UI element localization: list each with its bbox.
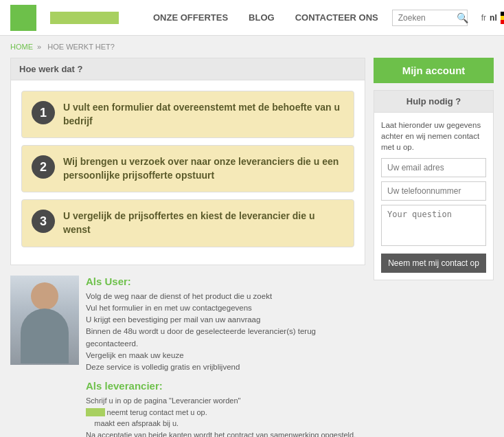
search-icon[interactable]: 🔍 <box>457 12 468 23</box>
breadcrumb-current: HOE WERKT HET? <box>47 43 115 51</box>
two-col-layout: Hoe werk dat ? 1 U vult een formulier da… <box>10 58 494 437</box>
search-box: 🔍 <box>392 10 468 26</box>
breadcrumb-sep: » <box>37 43 41 51</box>
text-section: Als User: Volg de weg naar de dienst of … <box>86 276 365 437</box>
step-2: 2 Wij brengen u verzoek over naar onze l… <box>21 145 354 192</box>
bottom-section: Als User: Volg de weg naar de dienst of … <box>10 276 365 437</box>
question-textarea[interactable] <box>381 205 486 246</box>
step-3-text: U vergelijk de prijsoffertes en kiest de… <box>63 210 344 236</box>
hulp-desc: Laat hieronder uw gegevens achter en wij… <box>381 120 486 153</box>
how-it-works-box: Hoe werk dat ? 1 U vult een formulier da… <box>10 58 365 265</box>
als-leverancier-text: Schrijf u in op de pagina "Leverancier w… <box>86 395 365 437</box>
search-input[interactable] <box>398 13 457 23</box>
header: ONZE OFFERTES BLOG CONTACTEER ONS 🔍 fr n… <box>0 0 504 36</box>
step-3: 3 U vergelijk de prijsoffertes en kiest … <box>21 199 354 247</box>
als-leverancier-title: Als leverancier: <box>86 380 365 392</box>
language-selector: fr nl ▼ <box>481 12 504 24</box>
breadcrumb-home[interactable]: HOME <box>10 43 33 51</box>
hulp-nodig-box: Hulp nodig ? Laat hieronder uw gegevens … <box>374 90 494 280</box>
step-2-number: 2 <box>32 155 55 179</box>
email-field[interactable] <box>381 158 486 177</box>
right-column: Mijn account Hulp nodig ? Laat hieronder… <box>374 58 494 280</box>
person-image <box>10 276 79 365</box>
page-wrap: HOME » HOE WERKT HET? Hoe werk dat ? 1 U… <box>0 36 504 437</box>
lang-nl[interactable]: nl <box>490 13 497 23</box>
how-it-works-content: 1 U vult een formulier dat overeenstemt … <box>11 80 365 265</box>
nav-blog[interactable]: BLOG <box>249 12 275 23</box>
step-2-text: Wij brengen u verzoek over naar onze lev… <box>63 155 344 182</box>
left-column: Hoe werk dat ? 1 U vult een formulier da… <box>10 58 365 437</box>
step-3-number: 3 <box>32 210 55 233</box>
als-user-title: Als User: <box>86 276 365 287</box>
hulp-nodig-content: Laat hieronder uw gegevens achter en wij… <box>374 113 493 280</box>
logo-icon <box>10 5 36 31</box>
lang-fr[interactable]: fr <box>481 13 486 23</box>
nav-contact[interactable]: CONTACTEER ONS <box>295 12 378 23</box>
hulp-nodig-title: Hulp nodig ? <box>374 91 493 113</box>
phone-field[interactable] <box>381 181 486 201</box>
highlight-span <box>86 408 105 416</box>
flag-icon[interactable] <box>501 12 504 24</box>
step-1-number: 1 <box>32 101 55 124</box>
step-1: 1 U vult een formulier dat overeenstemt … <box>21 91 354 138</box>
logo-bar <box>50 12 119 24</box>
main-nav: ONZE OFFERTES BLOG CONTACTEER ONS <box>153 12 378 23</box>
step-1-text: U vult een formulier dat overeenstemt me… <box>63 101 344 128</box>
nav-offertes[interactable]: ONZE OFFERTES <box>153 12 228 23</box>
how-it-works-title: Hoe werk dat ? <box>11 58 365 80</box>
breadcrumb: HOME » HOE WERKT HET? <box>10 43 494 51</box>
mijn-account-button[interactable]: Mijn account <box>374 58 494 83</box>
als-user-text: Volg de weg naar de dienst of het produc… <box>86 291 365 374</box>
hulp-submit-button[interactable]: Neem met mij contact op <box>381 254 486 273</box>
